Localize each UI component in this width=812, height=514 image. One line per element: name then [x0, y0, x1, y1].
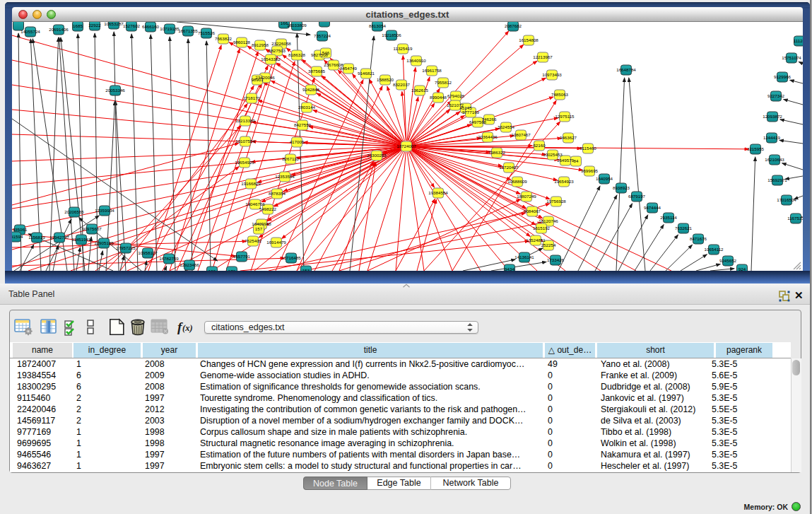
svg-text:10719185: 10719185	[160, 26, 180, 31]
svg-text:62160: 62160	[533, 143, 546, 148]
svg-text:1640954: 1640954	[596, 176, 613, 181]
svg-text:10688609: 10688609	[507, 179, 527, 184]
svg-text:16782759: 16782759	[159, 256, 179, 261]
svg-text:2087682: 2087682	[505, 23, 522, 28]
svg-text:6466160: 6466160	[142, 24, 160, 29]
svg-text:20691406: 20691406	[49, 27, 69, 32]
svg-text:3875685: 3875685	[308, 69, 326, 74]
svg-text:20053346: 20053346	[105, 88, 125, 93]
svg-text:16046766: 16046766	[245, 201, 265, 206]
svg-text:173: 173	[228, 269, 236, 271]
svg-text:5498222: 5498222	[259, 206, 277, 211]
svg-text:9242848: 9242848	[302, 87, 320, 92]
svg-text:153: 153	[302, 268, 310, 271]
svg-text:7663822: 7663822	[215, 36, 233, 41]
svg-text:11451941: 11451941	[71, 237, 91, 242]
svg-text:12213967: 12213967	[533, 54, 553, 59]
svg-text:15720407: 15720407	[499, 165, 519, 170]
svg-text:6794028: 6794028	[447, 93, 465, 98]
svg-text:1685: 1685	[73, 23, 83, 28]
svg-text:8990448: 8990448	[430, 95, 447, 100]
svg-text:1362615: 1362615	[411, 88, 429, 93]
svg-text:6879197: 6879197	[628, 194, 646, 199]
svg-text:9777169: 9777169	[462, 110, 480, 115]
svg-text:14136141: 14136141	[514, 255, 534, 259]
svg-text:157: 157	[255, 226, 263, 231]
svg-text:16409948: 16409948	[252, 221, 271, 226]
svg-text:23300293: 23300293	[367, 153, 387, 158]
svg-text:3215955: 3215955	[747, 146, 765, 151]
svg-text:1167533: 1167533	[787, 216, 803, 221]
svg-text:15751074: 15751074	[782, 55, 801, 60]
svg-text:16648784: 16648784	[616, 67, 636, 72]
svg-text:1649579: 1649579	[557, 158, 575, 163]
svg-text:17957225: 17957225	[116, 245, 136, 250]
svg-text:8471676: 8471676	[690, 236, 707, 241]
svg-text:12923466: 12923466	[180, 262, 199, 267]
svg-text:9245652: 9245652	[719, 258, 737, 263]
svg-text:6497568: 6497568	[469, 119, 487, 124]
svg-text:13640910: 13640910	[406, 58, 426, 63]
svg-text:391594: 391594	[12, 234, 23, 239]
svg-text:1615192: 1615192	[533, 226, 551, 230]
svg-text:8813054: 8813054	[369, 23, 387, 28]
svg-text:90975667: 90975667	[82, 226, 102, 231]
svg-text:18807249: 18807249	[517, 194, 536, 199]
svg-text:1733426: 1733426	[547, 257, 565, 262]
svg-text:16543382: 16543382	[261, 57, 281, 62]
svg-text:16033809: 16033809	[287, 23, 307, 28]
svg-text:15716485: 15716485	[281, 255, 301, 260]
svg-text:546: 546	[322, 50, 330, 55]
svg-text:252254: 252254	[541, 243, 556, 247]
svg-text:19654925: 19654925	[235, 160, 254, 165]
svg-text:12093872: 12093872	[763, 114, 782, 119]
svg-text:935061: 935061	[13, 227, 28, 232]
svg-text:8912958: 8912958	[252, 42, 269, 47]
svg-text:12905185: 12905185	[94, 240, 114, 245]
svg-text:19166829: 19166829	[241, 181, 261, 186]
svg-text:20364436: 20364436	[478, 134, 498, 139]
svg-text:10653287: 10653287	[104, 22, 124, 26]
svg-text:1244419: 1244419	[763, 135, 781, 140]
svg-text:9129966: 9129966	[774, 74, 792, 79]
svg-text:1527602: 1527602	[123, 23, 141, 28]
svg-text:98901: 98901	[251, 77, 264, 82]
svg-text:9084067: 9084067	[524, 209, 541, 214]
svg-text:17359934: 17359934	[95, 208, 114, 213]
svg-text:13524851: 13524851	[526, 238, 546, 243]
svg-text:9115460: 9115460	[579, 146, 596, 151]
svg-text:9827503: 9827503	[269, 48, 286, 53]
svg-text:7357224: 7357224	[314, 33, 331, 38]
svg-text:7485063: 7485063	[551, 92, 569, 97]
svg-text:11325419: 11325419	[393, 46, 413, 51]
svg-text:8186328: 8186328	[288, 52, 306, 57]
svg-text:9699695: 9699695	[581, 168, 599, 173]
svg-text:20206565: 20206565	[64, 209, 84, 214]
svg-text:84: 84	[574, 158, 579, 163]
svg-text:2718170: 2718170	[243, 95, 261, 100]
svg-text:10958107: 10958107	[138, 250, 158, 255]
svg-text:12942737: 12942737	[49, 235, 69, 240]
svg-text:23226058: 23226058	[271, 41, 291, 46]
svg-text:7632621: 7632621	[675, 226, 693, 230]
svg-text:417006: 417006	[290, 139, 305, 144]
svg-text:10654112: 10654112	[704, 247, 724, 252]
svg-text:9474444: 9474444	[644, 205, 661, 210]
svg-text:15692971: 15692971	[767, 177, 787, 182]
svg-text:19384554: 19384554	[428, 190, 448, 195]
svg-text:10107554: 10107554	[235, 139, 255, 144]
svg-text:9860128: 9860128	[233, 40, 251, 45]
svg-text:16914479: 16914479	[266, 240, 286, 245]
svg-text:19654923: 19654923	[554, 179, 574, 184]
svg-text:9227342: 9227342	[767, 93, 785, 98]
svg-text:17016504: 17016504	[777, 197, 796, 202]
svg-text:10973493: 10973493	[542, 72, 562, 77]
svg-text:7515526: 7515526	[198, 30, 216, 35]
svg-text:12353594: 12353594	[275, 174, 295, 179]
svg-text:16961758: 16961758	[422, 68, 442, 73]
svg-text:8427552: 8427552	[294, 122, 312, 127]
svg-text:16671355: 16671355	[178, 28, 198, 33]
svg-text:(x): (x)	[182, 323, 193, 333]
svg-text:2935114: 2935114	[660, 215, 677, 220]
svg-text:7625402: 7625402	[245, 238, 262, 243]
